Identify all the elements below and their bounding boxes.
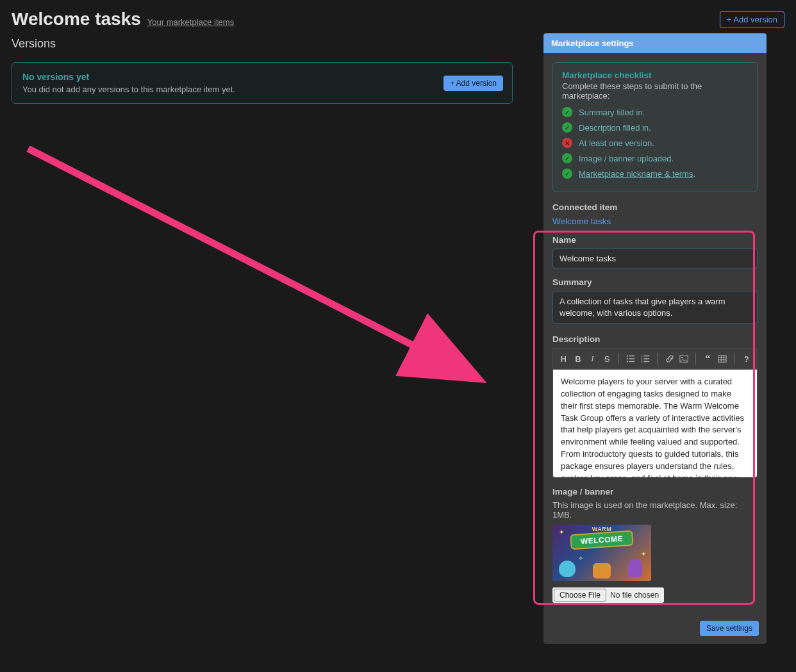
versions-section-title: Versions — [12, 37, 513, 51]
rte-bold-icon[interactable]: B — [572, 351, 585, 366]
connected-item-link[interactable]: Welcome tasks — [552, 217, 611, 226]
svg-point-13 — [681, 357, 683, 358]
svg-point-2 — [627, 358, 628, 359]
add-version-button-inline[interactable]: + Add version — [444, 76, 503, 91]
check-icon: ✓ — [562, 153, 572, 163]
rte-table-icon[interactable] — [716, 351, 729, 366]
page-header: Welcome tasks Your marketplace items + A… — [0, 0, 796, 33]
add-version-button-header[interactable]: + Add version — [720, 11, 784, 28]
banner-hint: This image is used on the marketplace. M… — [552, 500, 758, 520]
description-label: Description — [552, 334, 758, 344]
banner-ribbon-main: WELCOME — [571, 532, 632, 549]
versions-empty-title: No versions yet — [22, 72, 502, 82]
choose-file-button[interactable]: Choose File — [554, 589, 606, 602]
checklist-item: ✕At least one version. — [562, 138, 748, 148]
banner-label: Image / banner — [552, 487, 758, 496]
fail-icon: ✕ — [562, 138, 572, 148]
svg-rect-14 — [718, 356, 726, 363]
svg-rect-9 — [643, 358, 649, 359]
rte-quote-icon[interactable]: “ — [701, 351, 715, 366]
rte-ol-icon[interactable]: 123 — [639, 351, 652, 366]
rte-link-icon[interactable] — [663, 351, 676, 366]
marketplace-settings-panel: Marketplace settings Marketplace checkli… — [543, 33, 767, 644]
check-icon: ✓ — [562, 122, 572, 133]
versions-empty-desc: You did not add any versions to this mar… — [22, 85, 502, 94]
checklist-item-label: At least one version. — [579, 138, 654, 148]
banner-ribbon-top: WARM — [592, 526, 612, 532]
checklist-item: ✓Image / banner uploaded. — [562, 153, 748, 163]
file-status: No file chosen — [610, 591, 659, 600]
checklist-item: ✓Marketplace nickname & terms. — [562, 168, 748, 179]
summary-input[interactable] — [552, 291, 758, 324]
versions-empty-box: No versions yet You did not add any vers… — [12, 62, 513, 104]
rte-help-icon[interactable]: ? — [740, 351, 753, 366]
svg-text:3: 3 — [641, 360, 643, 363]
name-input[interactable] — [552, 249, 758, 268]
checklist-item: ✓Summary filled in. — [562, 107, 748, 117]
rte-heading-icon[interactable]: H — [557, 351, 570, 366]
page-title: Welcome tasks — [12, 9, 141, 29]
svg-rect-11 — [643, 361, 649, 362]
panel-header: Marketplace settings — [543, 33, 767, 53]
rte-italic-icon[interactable]: I — [586, 351, 599, 366]
svg-rect-3 — [629, 358, 635, 359]
svg-rect-1 — [629, 356, 635, 356]
breadcrumb-link[interactable]: Your marketplace items — [147, 17, 234, 27]
rte-image-icon[interactable] — [677, 351, 691, 366]
check-icon: ✓ — [562, 168, 572, 179]
checklist-item: ✓Description filled in. — [562, 122, 748, 133]
checklist-item-label: Image / banner uploaded. — [579, 154, 674, 163]
checklist-item-label: Description filled in. — [579, 123, 651, 133]
svg-point-4 — [627, 361, 628, 362]
marketplace-checklist: Marketplace checklist Complete these ste… — [552, 62, 758, 192]
checklist-title: Marketplace checklist — [562, 70, 748, 80]
rte-strike-icon[interactable]: S — [601, 351, 614, 366]
checklist-item-label[interactable]: Marketplace nickname & terms. — [579, 169, 695, 179]
svg-rect-5 — [629, 361, 635, 362]
checklist-item-link[interactable]: Marketplace nickname & terms — [579, 169, 693, 179]
check-icon: ✓ — [562, 107, 572, 117]
name-label: Name — [552, 235, 758, 245]
rte-ul-icon[interactable] — [624, 351, 638, 366]
checklist-subtitle: Complete these steps to submit to the ma… — [562, 81, 748, 101]
save-settings-button[interactable]: Save settings — [700, 621, 759, 636]
summary-label: Summary — [552, 277, 758, 287]
file-chooser: Choose File No file chosen — [552, 587, 664, 603]
svg-rect-7 — [643, 356, 649, 356]
description-editor[interactable]: Welcome players to your server with a cu… — [552, 369, 758, 478]
checklist-item-label: Summary filled in. — [579, 108, 645, 117]
rte-toolbar: H B I S 123 “ ? — [552, 348, 758, 369]
banner-preview-image: WARM WELCOME ✦ ✦ ✧ — [552, 525, 651, 581]
svg-point-0 — [627, 356, 628, 357]
connected-item-label: Connected item — [552, 202, 758, 212]
